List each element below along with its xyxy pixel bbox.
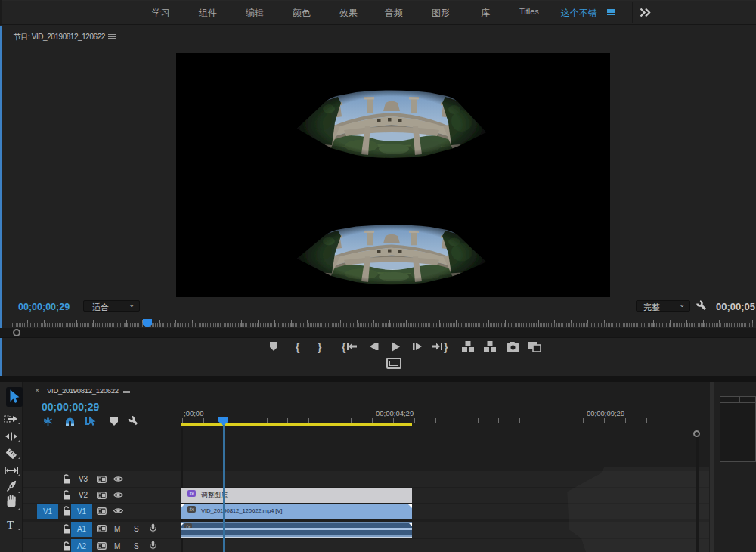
svg-text:{: { bbox=[342, 341, 346, 353]
svg-text:}: } bbox=[318, 341, 322, 353]
svg-text:T: T bbox=[7, 519, 14, 531]
svg-text:}: } bbox=[444, 341, 448, 353]
svg-text:{: { bbox=[296, 341, 300, 353]
